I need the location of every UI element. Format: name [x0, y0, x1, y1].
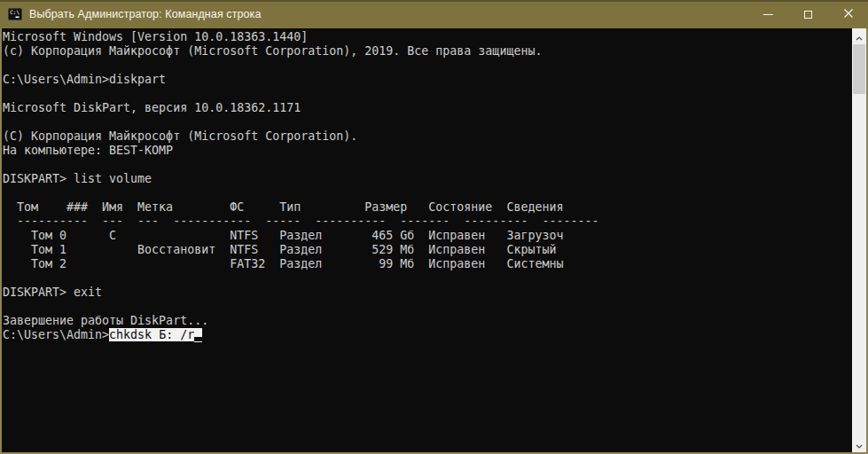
prompt-text: C:\Users\Admin> [3, 328, 109, 341]
caption-buttons [748, 0, 868, 28]
scroll-down-button[interactable] [852, 436, 866, 452]
chevron-up-icon [856, 28, 863, 44]
terminal[interactable]: Microsoft Windows [Version 10.0.18363.14… [2, 28, 852, 452]
titlebar[interactable]: C:\ Выбрать Администратор: Командная стр… [0, 0, 868, 28]
window-title: Выбрать Администратор: Командная строка [29, 0, 262, 28]
minimize-button[interactable] [748, 0, 788, 28]
scrollbar[interactable] [852, 28, 866, 452]
chevron-down-icon [856, 436, 863, 452]
cmd-icon[interactable]: C:\ [8, 7, 22, 21]
close-button[interactable] [828, 0, 868, 28]
selected-command-text: chkdsk Б: /r [109, 328, 194, 341]
command-line: C:\Users\Admin>chkdsk Б: /r [3, 328, 852, 342]
maximize-button[interactable] [788, 0, 828, 28]
text-cursor [194, 328, 202, 342]
scrollbar-track-space[interactable] [852, 94, 866, 436]
cmd-window: C:\ Выбрать Администратор: Командная стр… [0, 0, 868, 454]
svg-text:C:\: C:\ [10, 9, 20, 15]
terminal-output: Microsoft Windows [Version 10.0.18363.14… [3, 30, 852, 328]
scrollbar-thumb[interactable] [853, 44, 865, 94]
minimize-icon [763, 14, 773, 15]
close-icon [843, 6, 854, 22]
scroll-up-button[interactable] [852, 28, 866, 44]
console-content: Microsoft Windows [Version 10.0.18363.14… [0, 28, 868, 454]
maximize-icon [804, 11, 812, 19]
